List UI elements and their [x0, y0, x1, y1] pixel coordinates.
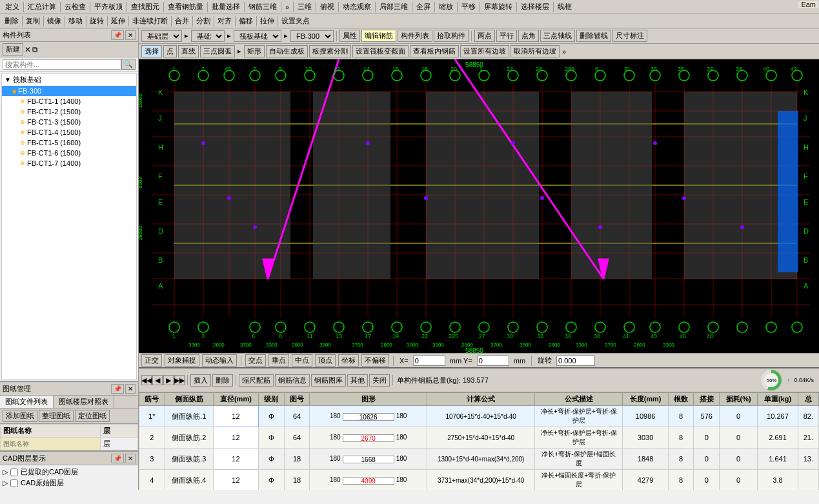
cad-pin-icon[interactable]: 📌 — [111, 454, 124, 463]
two-point-button[interactable]: 两点 — [474, 30, 495, 42]
tool-delete[interactable]: 删除 — [3, 16, 21, 26]
copy-icon[interactable]: ⧉ — [32, 45, 38, 54]
nav-last-button[interactable]: ▶▶ — [174, 375, 185, 385]
tool-set-grip[interactable]: 设置夹点 — [279, 16, 312, 26]
cell-diameter-4[interactable]: 12 — [213, 470, 258, 490]
menu-zoom[interactable]: 缩放 — [436, 2, 456, 12]
panel-close-icon[interactable]: ✕ — [125, 30, 136, 40]
menu-3d[interactable]: 三维 — [295, 2, 314, 12]
menu-local-3d[interactable]: 局部三维 — [377, 2, 410, 12]
tree-item-fbct1-4[interactable]: ⊕ FB-CT1-4 (1500) — [2, 127, 136, 137]
tree-item-fbct1-3[interactable]: ⊕ FB-CT1-3 (1500) — [2, 117, 136, 127]
search-button[interactable]: 🔍 — [121, 59, 136, 70]
cancel-all-slope-button[interactable]: 取消所有边坡 — [511, 45, 560, 57]
edit-rebar-button[interactable]: 编辑钢筋 — [361, 30, 396, 42]
drawing-name-cell[interactable]: 图纸名称 — [1, 438, 101, 450]
organize-drawing-button[interactable]: 整理图纸 — [39, 410, 74, 422]
dim-mark-button[interactable]: 尺寸标注 — [612, 30, 647, 42]
menu-find-element[interactable]: 查找图元 — [128, 2, 162, 12]
layer-select[interactable]: 基础层 — [141, 30, 182, 42]
auto-gen-button[interactable]: 自动生成板 — [266, 45, 308, 57]
no-offset-button[interactable]: 不偏移 — [361, 354, 389, 367]
tree-item-fbct1-6[interactable]: ⊕ FB-CT1-6 (1500) — [2, 148, 136, 158]
menu-more[interactable]: » — [283, 3, 292, 11]
cell-diameter-3[interactable]: 12 — [213, 449, 258, 470]
menu-view-rebar[interactable]: 查看钢筋量 — [165, 2, 206, 12]
panel-pin-icon[interactable]: 📌 — [111, 30, 124, 40]
tree-item-fbct1-7[interactable]: ⊕ FB-CT1-7 (1400) — [2, 158, 136, 168]
tool-offset[interactable]: 偏移 — [237, 16, 255, 26]
tool-align[interactable]: 对齐 — [216, 16, 234, 26]
tab-drawing-floor-map[interactable]: 图纸楼层对照表 — [54, 396, 114, 408]
intersect-snap-button[interactable]: 交点 — [245, 354, 266, 367]
drawing-pin-icon[interactable]: 📌 — [111, 384, 124, 394]
cad-layer-item-original[interactable]: ▷ CAD原始图层 — [3, 478, 136, 489]
tool-mirror[interactable]: 镜像 — [45, 16, 63, 26]
cad-checkbox-2[interactable] — [10, 479, 18, 487]
tool-extend[interactable]: 延伸 — [109, 16, 127, 26]
rect-button[interactable]: 矩形 — [244, 45, 265, 57]
tool-copy[interactable]: 复制 — [24, 16, 42, 26]
select-button[interactable]: 选择 — [141, 45, 162, 57]
menu-cloud-check[interactable]: 云检查 — [62, 2, 88, 12]
search-input[interactable] — [3, 59, 121, 70]
menu-define[interactable]: 定义 — [3, 2, 22, 12]
drawing-canvas[interactable]: K J H F E D B A K J H F E D B — [139, 59, 819, 353]
x-input[interactable] — [413, 356, 445, 366]
new-component-button[interactable]: 新建 — [3, 43, 23, 55]
menu-rebar-3d[interactable]: 钢筋三维 — [246, 2, 279, 12]
nav-prev-button[interactable]: ◀ — [152, 375, 163, 385]
property-button[interactable]: 属性 — [339, 30, 360, 42]
close-button[interactable]: 关闭 — [369, 374, 390, 387]
point-angle-button[interactable]: 点角 — [518, 30, 539, 42]
arc-button[interactable]: 三点圆弧 — [200, 45, 235, 57]
snap-button[interactable]: 对象捕捉 — [165, 354, 199, 367]
sublayer-select[interactable]: 基础 — [191, 30, 225, 42]
board-split-button[interactable]: 板搜索分割 — [309, 45, 351, 57]
tab-drawing-file-list[interactable]: 图纸文件列表 — [0, 396, 54, 408]
tool-split[interactable]: 分割 — [194, 16, 212, 26]
cell-diameter-2[interactable]: 12 — [213, 427, 258, 449]
tree-item-root[interactable]: ▼ 筏板基础 — [2, 74, 136, 86]
delete-icon[interactable]: ✕ — [25, 45, 31, 54]
cad-layer-item-extracted[interactable]: ▷ 已提取的CAD图层 — [3, 467, 136, 478]
ortho-button[interactable]: 正交 — [141, 354, 162, 367]
vertex-snap-button[interactable]: 顶点 — [315, 354, 336, 367]
tree-item-fbct1-2[interactable]: ⊕ FB-CT1-2 (1500) — [2, 106, 136, 117]
more-icon[interactable]: » — [561, 48, 567, 55]
tool-rotate[interactable]: 旋转 — [88, 16, 106, 26]
y-input[interactable] — [477, 356, 509, 366]
delete-aux-button[interactable]: 删除辅线 — [576, 30, 611, 42]
point-button[interactable]: 点 — [163, 45, 177, 57]
dynamic-input-button[interactable]: 动态输入 — [202, 354, 237, 367]
tool-stretch[interactable]: 拉伸 — [258, 16, 276, 26]
cad-checkbox-1[interactable] — [10, 469, 18, 476]
menu-calc[interactable]: 汇总计算 — [25, 2, 59, 12]
cad-close-icon[interactable]: ✕ — [125, 454, 136, 463]
tool-break[interactable]: 非连续打断 — [130, 16, 170, 26]
mid-snap-button[interactable]: 中点 — [292, 354, 312, 367]
tool-merge[interactable]: 合并 — [173, 16, 191, 26]
tree-item-fbct1-1[interactable]: ⊕ FB-CT1-1 (1400) — [2, 96, 136, 106]
tool-move[interactable]: 移动 — [66, 16, 85, 26]
three-point-axis-button[interactable]: 三点轴线 — [540, 30, 575, 42]
rotate-input[interactable] — [556, 356, 595, 366]
perp-snap-button[interactable]: 垂点 — [268, 354, 289, 367]
menu-select-floor[interactable]: 选择楼层 — [518, 2, 552, 12]
pick-component-button[interactable]: 拾取构件 — [434, 30, 469, 42]
tree-item-fb300[interactable]: ■ FB-300 — [2, 86, 136, 96]
insert-button[interactable]: 插入 — [190, 374, 211, 387]
code-select[interactable]: FB-300 — [290, 30, 334, 42]
locate-drawing-button[interactable]: 定位图纸 — [75, 410, 110, 422]
nav-first-button[interactable]: ◀◀ — [141, 375, 152, 385]
menu-batch-select[interactable]: 批量选择 — [209, 2, 243, 12]
other-button[interactable]: 其他 — [347, 374, 368, 387]
set-all-slope-button[interactable]: 设置所有边坡 — [460, 45, 509, 57]
menu-fullscreen[interactable]: 全屏 — [414, 2, 433, 12]
component-list-button[interactable]: 构件列表 — [398, 30, 432, 42]
add-drawing-button[interactable]: 添加图纸 — [3, 410, 37, 422]
rebar-info-button[interactable]: 钢筋信息 — [275, 374, 310, 387]
menu-dynamic-observe[interactable]: 动态观察 — [340, 2, 374, 12]
cell-diameter[interactable]: 12 — [213, 406, 258, 427]
coord-snap-button[interactable]: 坐标 — [338, 354, 359, 367]
